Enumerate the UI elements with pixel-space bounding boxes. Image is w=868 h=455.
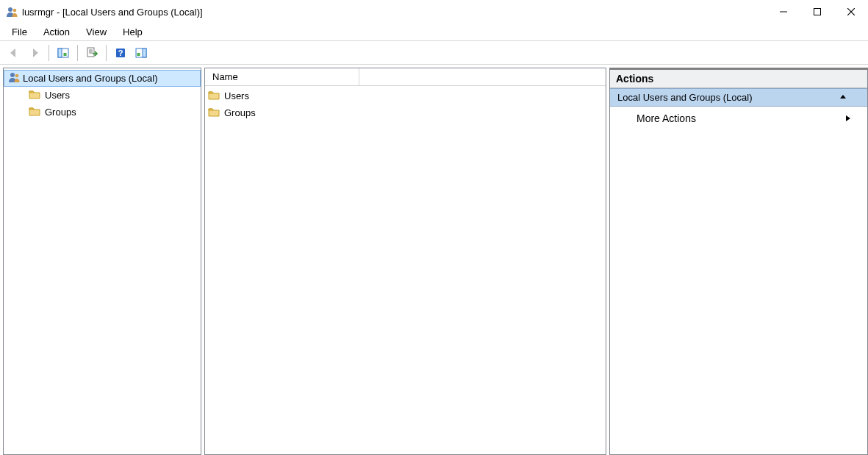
menubar: File Action View Help (0, 24, 868, 41)
toolbar: ? (0, 41, 868, 65)
menu-view[interactable]: View (79, 25, 114, 39)
action-label: More Actions (636, 112, 696, 124)
menu-help[interactable]: Help (115, 25, 150, 39)
users-groups-icon (8, 71, 20, 85)
svg-rect-2 (814, 9, 821, 15)
titlebar: lusrmgr - [Local Users and Groups (Local… (0, 0, 868, 24)
svg-point-0 (8, 7, 12, 12)
svg-rect-11 (137, 53, 140, 56)
tree-item-users[interactable]: Users (4, 87, 201, 104)
svg-rect-6 (87, 48, 94, 57)
tree-panel: Local Users and Groups (Local) Users (3, 68, 201, 455)
export-list-button[interactable] (82, 43, 101, 62)
submenu-icon (845, 112, 851, 124)
svg-point-12 (10, 73, 15, 77)
tree: Local Users and Groups (Local) Users (4, 68, 201, 122)
tree-item-label: Groups (45, 107, 76, 118)
close-button[interactable] (834, 0, 868, 24)
actions-section-header[interactable]: Local Users and Groups (Local) (610, 88, 867, 107)
folder-icon (208, 89, 220, 103)
toolbar-separator (77, 45, 78, 61)
maximize-button[interactable] (800, 0, 834, 24)
show-hide-action-pane-button[interactable] (132, 43, 151, 62)
actions-section-label: Local Users and Groups (Local) (617, 92, 753, 103)
tree-item-groups[interactable]: Groups (4, 104, 201, 121)
action-more-actions[interactable]: More Actions (610, 107, 867, 130)
svg-rect-10 (143, 49, 146, 57)
folder-icon (29, 105, 40, 119)
toolbar-separator (49, 45, 49, 61)
forward-button[interactable] (25, 43, 44, 62)
collapse-icon (839, 92, 847, 103)
actions-header: Actions (610, 70, 867, 88)
column-name[interactable]: Name (205, 68, 359, 85)
minimize-button[interactable] (767, 0, 800, 24)
tree-root[interactable]: Local Users and Groups (Local) (4, 70, 201, 87)
svg-point-13 (15, 74, 19, 78)
svg-rect-4 (58, 49, 62, 57)
menu-file[interactable]: File (4, 25, 35, 39)
list-panel: Name Users Groups (204, 68, 606, 455)
window-title: lusrmgr - [Local Users and Groups (Local… (22, 7, 767, 18)
show-hide-tree-button[interactable] (54, 43, 73, 62)
svg-rect-5 (64, 53, 67, 56)
tree-item-label: Users (45, 90, 70, 101)
list-body: Users Groups (205, 86, 606, 123)
content-area: Local Users and Groups (Local) Users (0, 65, 868, 455)
list-item-name: Groups (224, 107, 256, 118)
toolbar-separator (106, 45, 107, 61)
menu-action[interactable]: Action (36, 25, 77, 39)
window-controls (767, 0, 868, 24)
folder-icon (29, 88, 40, 102)
list-item[interactable]: Groups (205, 104, 606, 121)
tree-root-label: Local Users and Groups (Local) (23, 73, 158, 84)
actions-panel: Actions Local Users and Groups (Local) M… (609, 68, 868, 455)
folder-icon (208, 106, 220, 120)
back-button[interactable] (4, 43, 24, 62)
app-icon (6, 6, 18, 18)
list-item-name: Users (224, 90, 249, 101)
svg-text:?: ? (118, 49, 123, 57)
svg-point-1 (13, 9, 17, 12)
list-header: Name (205, 68, 606, 86)
list-item[interactable]: Users (205, 87, 606, 104)
help-button[interactable]: ? (111, 43, 130, 62)
